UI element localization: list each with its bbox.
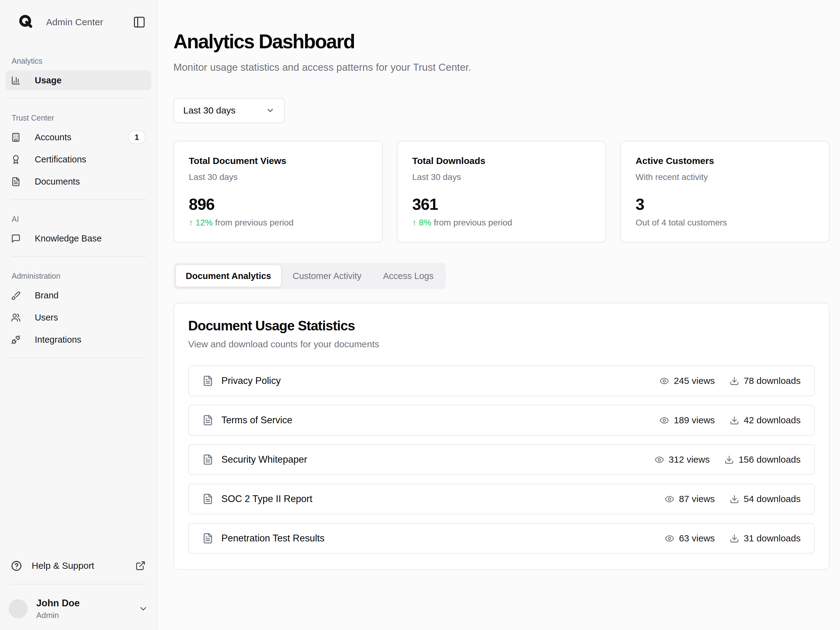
message-square-icon <box>11 234 21 243</box>
divider <box>11 256 146 257</box>
sidebar-item-knowledge-base[interactable]: Knowledge Base <box>6 229 151 248</box>
chevron-down-icon <box>266 106 275 115</box>
views-metric: 189 views <box>660 415 715 426</box>
sidebar-item-certifications[interactable]: Certifications <box>6 149 151 169</box>
panel-left-icon <box>133 16 146 28</box>
chart-column-icon <box>11 76 21 85</box>
sidebar-item-label: Documents <box>35 177 80 187</box>
tab-document-analytics[interactable]: Document Analytics <box>176 265 281 287</box>
views-count: 245 views <box>674 375 715 386</box>
document-row-terms-of-service: Terms of Service 189 views 42 downloads <box>188 405 815 435</box>
sidebar-item-integrations[interactable]: Integrations <box>6 330 151 350</box>
downloads-metric: 31 downloads <box>729 533 801 544</box>
page-subtitle: Monitor usage statistics and access patt… <box>174 62 829 73</box>
downloads-count: 42 downloads <box>744 415 801 426</box>
document-name: Penetration Test Results <box>221 533 324 544</box>
eye-icon <box>660 416 669 425</box>
divider <box>11 584 146 584</box>
sidebar-item-users[interactable]: Users <box>6 308 151 327</box>
file-text-icon <box>202 375 213 386</box>
document-metrics: 245 views 78 downloads <box>660 375 801 386</box>
file-text-icon <box>202 494 213 505</box>
user-role: Admin <box>36 611 80 620</box>
stat-title: Active Customers <box>636 156 814 166</box>
document-usage-statistics-card: Document Usage Statistics View and downl… <box>174 303 829 570</box>
stat-subtitle: Last 30 days <box>189 172 368 182</box>
document-row-privacy-policy: Privacy Policy 245 views 78 downloads <box>188 366 815 396</box>
section-label-administration: Administration <box>12 272 145 280</box>
external-link-icon <box>135 560 146 571</box>
stat-subtitle: Last 30 days <box>412 172 591 182</box>
download-icon <box>729 376 739 386</box>
help-support-label: Help & Support <box>32 560 94 571</box>
file-text-icon <box>202 533 213 544</box>
stat-value: 3 <box>636 195 814 214</box>
views-count: 189 views <box>674 415 715 426</box>
downloads-count: 78 downloads <box>744 375 801 386</box>
sidebar-title: Admin Center <box>46 17 120 27</box>
views-metric: 63 views <box>665 533 715 544</box>
document-row-penetration-test-results: Penetration Test Results 63 views 31 dow… <box>188 523 815 554</box>
user-menu[interactable]: John Doe Admin <box>6 592 151 621</box>
document-rows: Privacy Policy 245 views 78 downloads Te… <box>188 366 815 554</box>
stat-title: Total Document Views <box>189 156 368 166</box>
section-label-analytics: Analytics <box>12 57 145 65</box>
views-count: 312 views <box>669 454 710 465</box>
app-window: Admin Center Analytics Usage Trust Cente… <box>0 0 840 630</box>
tab-access-logs[interactable]: Access Logs <box>373 265 444 287</box>
sidebar-item-label: Knowledge Base <box>35 233 102 244</box>
document-metrics: 189 views 42 downloads <box>660 415 801 426</box>
views-count: 87 views <box>679 494 715 504</box>
stat-subtitle: With recent activity <box>636 172 814 182</box>
period-select-value: Last 30 days <box>183 105 235 116</box>
page-title: Analytics Dashboard <box>174 30 829 53</box>
circle-help-icon <box>11 560 22 571</box>
user-name: John Doe <box>36 597 80 609</box>
downloads-metric: 42 downloads <box>729 415 801 426</box>
document-row-soc2-report: SOC 2 Type II Report 87 views 54 downloa… <box>188 484 815 514</box>
stat-delta: ↑ 8% from previous period <box>412 218 591 228</box>
unplug-icon <box>11 335 21 345</box>
document-metrics: 87 views 54 downloads <box>665 494 801 504</box>
stat-card-total-downloads: Total Downloads Last 30 days 361 ↑ 8% fr… <box>397 141 606 242</box>
sidebar-item-label: Certifications <box>35 154 87 165</box>
sidebar-item-label: Integrations <box>35 335 82 345</box>
eye-icon <box>655 455 664 464</box>
views-metric: 245 views <box>660 375 715 386</box>
sidebar-item-usage[interactable]: Usage <box>6 70 151 90</box>
document-name: Privacy Policy <box>221 375 281 386</box>
file-text-icon <box>202 454 213 465</box>
document-name: Security Whitepaper <box>221 454 307 465</box>
document-name: Terms of Service <box>221 415 292 426</box>
download-icon <box>729 494 739 504</box>
downloads-metric: 54 downloads <box>729 494 801 504</box>
views-metric: 87 views <box>665 494 715 504</box>
delta-up-text: ↑ 8% <box>412 218 431 227</box>
sidebar-item-accounts[interactable]: Accounts 1 <box>6 127 151 147</box>
download-icon <box>729 534 739 543</box>
delta-up-text: ↑ 12% <box>189 218 213 227</box>
sidebar-item-label: Users <box>35 313 58 323</box>
sidebar-item-brand[interactable]: Brand <box>6 285 151 305</box>
downloads-count: 156 downloads <box>739 454 801 465</box>
users-icon <box>11 313 21 322</box>
stat-delta: ↑ 12% from previous period <box>189 218 368 228</box>
avatar <box>9 599 28 618</box>
sidebar-collapse-button[interactable] <box>133 16 146 28</box>
document-row-security-whitepaper: Security Whitepaper 312 views 156 downlo… <box>188 444 815 475</box>
eye-icon <box>660 376 669 386</box>
sidebar: Admin Center Analytics Usage Trust Cente… <box>0 0 158 630</box>
downloads-metric: 78 downloads <box>729 375 801 386</box>
stat-card-active-customers: Active Customers With recent activity 3 … <box>620 141 829 242</box>
tab-customer-activity[interactable]: Customer Activity <box>283 265 371 287</box>
period-select[interactable]: Last 30 days <box>174 98 285 123</box>
help-support-link[interactable]: Help & Support <box>6 556 151 576</box>
views-metric: 312 views <box>655 454 710 465</box>
sidebar-item-documents[interactable]: Documents <box>6 172 151 192</box>
sidebar-header: Admin Center <box>0 0 157 30</box>
analytics-tabs: Document Analytics Customer Activity Acc… <box>174 263 446 289</box>
stat-value: 896 <box>189 195 368 214</box>
sidebar-footer: Help & Support John Doe Admin <box>0 556 157 630</box>
views-count: 63 views <box>679 533 715 544</box>
q-logo-icon <box>18 14 34 30</box>
